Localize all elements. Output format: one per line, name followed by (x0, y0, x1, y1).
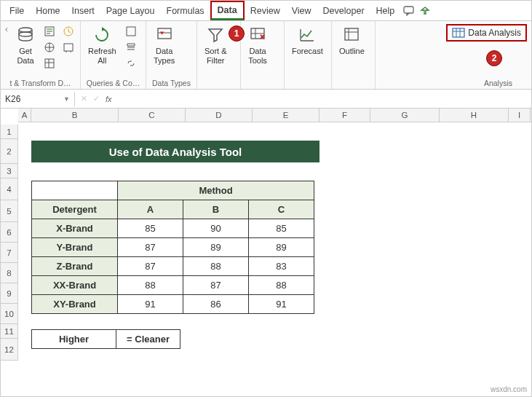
tab-insert[interactable]: Insert (66, 3, 100, 19)
ribbon: ‹ Get Data t & Transform D… Refresh All (1, 21, 531, 90)
forecast-button[interactable]: Forecast (289, 24, 326, 58)
queries-icon[interactable] (124, 24, 138, 39)
row-hdr[interactable]: 6 (1, 222, 17, 243)
formula-input[interactable] (118, 93, 525, 104)
col-hdr[interactable]: H (440, 109, 509, 122)
col-hdr[interactable]: E (253, 109, 319, 122)
data-types-button[interactable]: Data Types (151, 24, 178, 67)
table-row: X-Brand859085 (32, 219, 314, 238)
svg-rect-11 (345, 28, 358, 40)
row-hdr[interactable]: 10 (1, 304, 17, 324)
row-hdr[interactable]: 8 (1, 263, 17, 283)
svg-rect-8 (127, 27, 135, 36)
data-types-icon (155, 25, 174, 44)
share-icon[interactable] (418, 4, 432, 18)
scroll-left-icon[interactable]: ‹ (5, 24, 8, 34)
cancel-icon[interactable]: ✕ (81, 94, 87, 103)
recent-sources-icon[interactable] (61, 24, 76, 39)
data-tools-button[interactable]: Data Tools (245, 24, 270, 67)
refresh-all-label: Refresh All (88, 47, 116, 66)
table-row: XY-Brand918691 (32, 295, 314, 314)
row-hdr[interactable]: 1 (1, 125, 17, 139)
data-analysis-label: Data Analysis (468, 28, 521, 38)
tab-home[interactable]: Home (30, 3, 65, 19)
annotation-one: 1 (229, 25, 245, 42)
get-data-label: Get Data (17, 47, 33, 66)
table-row: Z-Brand878883 (32, 257, 314, 276)
table-corner (32, 181, 118, 200)
row-hdr[interactable]: 7 (1, 243, 17, 263)
col-hdr[interactable]: D (186, 109, 253, 122)
row-hdr[interactable]: 4 (1, 178, 17, 200)
refresh-icon (92, 25, 111, 44)
legend-right: = Cleaner (116, 330, 180, 349)
formula-bar: K26 ▼ ✕ ✓ fx (1, 90, 531, 109)
tab-formulas[interactable]: Formulas (161, 3, 210, 19)
analysis-table-icon (452, 28, 465, 38)
forecast-label: Forecast (292, 47, 323, 56)
name-box[interactable]: K26 ▼ (1, 92, 75, 106)
annotation-two: 2 (486, 50, 502, 66)
get-data-button[interactable]: Get Data (13, 24, 38, 67)
tab-review[interactable]: Review (245, 3, 286, 19)
sheet-title: Use of Data Analysis Tool (31, 141, 319, 162)
row-hdr[interactable]: 2 (1, 139, 17, 164)
outline-button[interactable]: Outline (336, 24, 368, 58)
database-icon (16, 25, 35, 44)
data-tools-icon (248, 25, 267, 44)
edit-links-icon[interactable] (124, 56, 138, 71)
method-col: C (249, 200, 314, 219)
tab-help[interactable]: Help (370, 3, 401, 19)
existing-conn-icon[interactable] (61, 40, 76, 55)
detergent-header: Detergent (32, 200, 118, 219)
tab-view[interactable]: View (286, 3, 317, 19)
col-hdr[interactable]: C (119, 109, 186, 122)
group-label: Data Types (151, 77, 192, 87)
table-row: Y-Brand878989 (32, 238, 314, 257)
refresh-all-button[interactable]: Refresh All (85, 24, 119, 67)
chevron-down-icon[interactable]: ▼ (63, 95, 70, 103)
method-header: Method (118, 181, 314, 200)
data-types-label: Data Types (154, 47, 175, 66)
from-table-icon[interactable] (42, 56, 57, 71)
col-hdr[interactable]: G (370, 109, 440, 122)
row-hdr[interactable]: 11 (1, 324, 17, 339)
svg-point-1 (19, 28, 32, 32)
legend-table: Higher= Cleaner (31, 329, 180, 349)
table-row: XX-Brand888788 (32, 276, 314, 295)
enter-icon[interactable]: ✓ (93, 94, 100, 103)
sort-filter-button[interactable]: Sort & Filter (202, 24, 230, 67)
row-headers: 1 2 3 4 5 6 7 8 9 10 11 12 (1, 125, 18, 361)
forecast-icon (298, 25, 317, 44)
col-hdr[interactable]: A (18, 109, 31, 122)
from-text-icon[interactable] (42, 24, 57, 39)
tab-data[interactable]: Data (210, 1, 245, 20)
tab-page-layout[interactable]: Page Layou (100, 3, 161, 19)
funnel-icon (206, 25, 225, 44)
row-hdr[interactable]: 12 (1, 339, 17, 361)
row-hdr[interactable]: 5 (1, 200, 17, 222)
watermark: wsxdn.com (491, 385, 527, 393)
col-hdr[interactable]: I (509, 109, 531, 122)
svg-rect-9 (158, 28, 171, 39)
svg-rect-5 (45, 59, 54, 68)
group-label: t & Transform D… (5, 77, 76, 87)
name-box-value: K26 (5, 94, 20, 104)
from-web-icon[interactable] (42, 40, 57, 55)
comments-icon[interactable] (402, 4, 416, 18)
col-hdr[interactable]: F (319, 109, 370, 122)
group-label: Analysis (380, 77, 527, 87)
data-analysis-button[interactable]: Data Analysis (446, 24, 527, 42)
row-hdr[interactable]: 9 (1, 283, 17, 304)
menu-tabs: File Home Insert Page Layou Formulas Dat… (1, 1, 531, 21)
outline-icon (342, 25, 361, 44)
tab-file[interactable]: File (4, 3, 30, 19)
tab-developer[interactable]: Developer (317, 3, 370, 19)
legend-left: Higher (32, 330, 116, 349)
data-table: Method Detergent A B C X-Brand859085 Y-B… (31, 181, 314, 314)
properties-icon[interactable] (124, 40, 138, 55)
col-hdr[interactable]: B (31, 109, 119, 122)
fx-icon[interactable]: fx (106, 95, 112, 103)
row-hdr[interactable]: 3 (1, 164, 17, 178)
svg-rect-7 (64, 44, 73, 51)
